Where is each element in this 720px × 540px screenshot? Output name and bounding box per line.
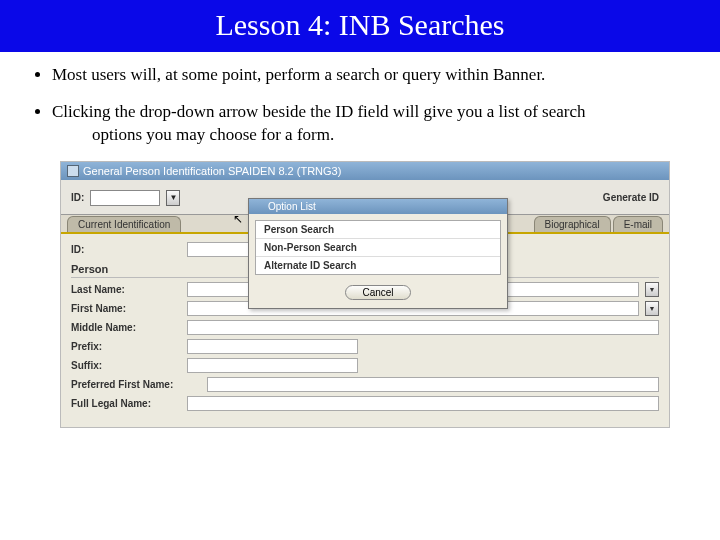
legal-name-label: Full Legal Name: (71, 398, 181, 409)
suffix-label: Suffix: (71, 360, 181, 371)
popup-title: Option List (268, 201, 316, 212)
generate-id-button[interactable]: Generate ID (603, 192, 659, 203)
popup-icon (254, 201, 264, 211)
tab-current-id[interactable]: Current Identification (67, 216, 181, 232)
option-person-search[interactable]: Person Search (256, 221, 500, 239)
tab-biographical[interactable]: Biographical (534, 216, 611, 232)
tab-email[interactable]: E-mail (613, 216, 663, 232)
window-title: General Person Identification SPAIDEN 8.… (83, 165, 341, 177)
screenshot-frame: General Person Identification SPAIDEN 8.… (60, 161, 670, 428)
prefix-input[interactable] (187, 339, 358, 354)
first-name-label: First Name: (71, 303, 181, 314)
last-name-label: Last Name: (71, 284, 181, 295)
chevron-down-icon: ▼ (649, 305, 656, 312)
last-name-dropdown[interactable]: ▼ (645, 282, 659, 297)
chevron-down-icon: ▼ (169, 193, 177, 202)
option-non-person-search[interactable]: Non-Person Search (256, 239, 500, 257)
bullet-2: Clicking the drop-down arrow beside the … (52, 101, 690, 147)
prefix-label: Prefix: (71, 341, 181, 352)
bullet-list: Most users will, at some point, perform … (52, 64, 690, 147)
cursor-icon: ↖ (233, 212, 243, 226)
suffix-input[interactable] (187, 358, 358, 373)
bullet-1: Most users will, at some point, perform … (52, 64, 690, 87)
window-title-bar: General Person Identification SPAIDEN 8.… (61, 162, 669, 180)
option-list-popup: Option List Person Search Non-Person Sea… (248, 198, 508, 309)
middle-name-input[interactable] (187, 320, 659, 335)
window-icon (67, 165, 79, 177)
option-alternate-id-search[interactable]: Alternate ID Search (256, 257, 500, 274)
chevron-down-icon: ▼ (649, 286, 656, 293)
legal-name-input[interactable] (187, 396, 659, 411)
middle-name-label: Middle Name: (71, 322, 181, 333)
popup-list: Person Search Non-Person Search Alternat… (255, 220, 501, 275)
cancel-button[interactable]: Cancel (345, 285, 410, 300)
slide-title: Lesson 4: INB Searches (0, 8, 720, 42)
pref-first-label: Preferred First Name: (71, 379, 201, 390)
pref-first-input[interactable] (207, 377, 659, 392)
id-label: ID: (71, 192, 84, 203)
slide-title-bar: Lesson 4: INB Searches (0, 0, 720, 52)
id-input[interactable] (90, 190, 160, 206)
first-name-dropdown[interactable]: ▼ (645, 301, 659, 316)
id-dropdown-button[interactable]: ▼ (166, 190, 180, 206)
id-label-2: ID: (71, 244, 181, 255)
popup-title-bar: Option List (249, 199, 507, 214)
